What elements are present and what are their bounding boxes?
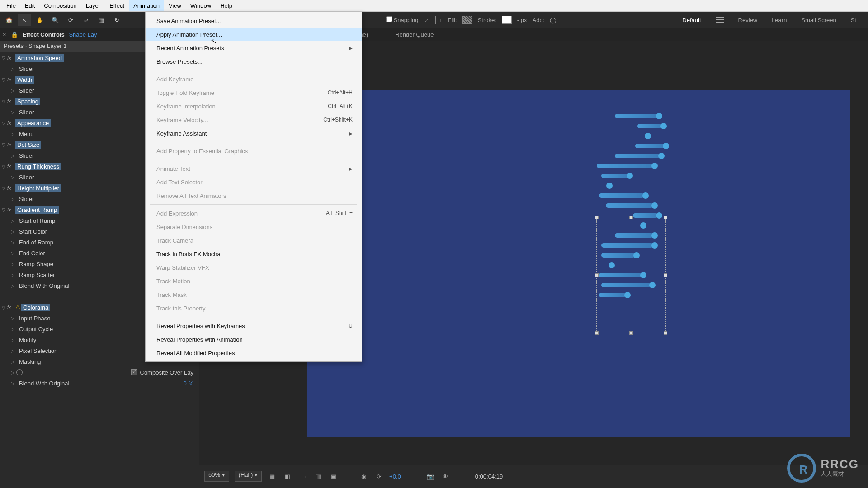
color-mgmt-icon[interactable]: ◉ — [359, 471, 368, 481]
selection-tool[interactable]: ↖ — [18, 14, 31, 26]
menu-item-keyframe-assistant[interactable]: Keyframe Assistant▶ — [146, 127, 362, 140]
orbit-tool[interactable]: ⟳ — [64, 14, 77, 26]
workspace-default[interactable]: Default — [682, 17, 701, 23]
checkbox[interactable] — [131, 369, 137, 375]
refresh-tool[interactable]: ↻ — [110, 14, 123, 26]
guides-icon[interactable]: ▥ — [313, 471, 323, 481]
workspace-small-screen[interactable]: Small Screen — [801, 17, 836, 23]
menu-item-add-property-to-essential-graphics: Add Property to Essential Graphics — [146, 144, 362, 158]
toolbar: 🏠 ↖ ✋ 🔍 ⟳ ⤾ ▦ ↻ Snapping ⟋ □ Fill: Strok… — [0, 12, 868, 28]
zoom-select[interactable]: 50% ▾ — [204, 471, 229, 482]
exposure-value[interactable]: +0.0 — [389, 473, 401, 480]
menu-item-reveal-all-modified-properties[interactable]: Reveal All Modified Properties — [146, 346, 362, 360]
menu-window[interactable]: Window — [186, 0, 216, 11]
menu-item-separate-dimensions: Separate Dimensions — [146, 220, 362, 234]
snapping-checkbox[interactable]: Snapping — [386, 16, 419, 23]
menu-item-track-mask: Track Mask — [146, 288, 362, 301]
workspace-switcher: DefaultReviewLearnSmall ScreenSt — [682, 17, 865, 23]
menu-item-animate-text: Animate Text▶ — [146, 162, 362, 175]
watermark: RRCG 人人素材 — [787, 454, 859, 483]
menu-item-add-text-selector: Add Text Selector — [146, 175, 362, 189]
menu-item-browse-presets[interactable]: Browse Presets... — [146, 55, 362, 68]
stopwatch-icon[interactable] — [16, 369, 23, 375]
stroke-swatch[interactable] — [502, 16, 512, 24]
fill-swatch[interactable] — [462, 16, 472, 24]
workspace-st[interactable]: St — [851, 17, 856, 23]
add-menu-icon[interactable]: ◯ — [550, 17, 557, 23]
anchor-tool[interactable]: ▦ — [95, 14, 108, 26]
workspace-learn[interactable]: Learn — [772, 17, 787, 23]
home-tool[interactable]: 🏠 — [3, 14, 15, 26]
snapshot-icon[interactable]: 📷 — [425, 471, 435, 481]
snap-opt-icon[interactable]: ⟋ — [424, 17, 430, 23]
menu-item-track-motion: Track Motion — [146, 274, 362, 288]
menu-file[interactable]: File — [2, 0, 20, 11]
menu-item-reveal-properties-with-animation[interactable]: Reveal Properties with Animation — [146, 333, 362, 346]
menu-animation[interactable]: Animation — [129, 0, 164, 11]
menu-item-add-expression: Add ExpressionAlt+Shift+= — [146, 206, 362, 220]
menu-item-track-this-property: Track this Property — [146, 301, 362, 315]
watermark-sub: 人人素材 — [821, 470, 859, 478]
region-icon[interactable]: ▭ — [298, 471, 308, 481]
timecode[interactable]: 0:00:04:19 — [475, 473, 503, 480]
menu-item-keyframe-interpolation: Keyframe Interpolation...Ctrl+Alt+K — [146, 99, 362, 113]
menu-item-warp-stabilizer-vfx: Warp Stabilizer VFX — [146, 261, 362, 274]
watermark-logo-icon — [787, 454, 816, 483]
menu-item-save-animation-preset[interactable]: Save Animation Preset... — [146, 14, 362, 28]
panel-tab[interactable]: Effect Controls Shape Lay — [20, 31, 97, 38]
channel-icon[interactable]: ▣ — [329, 471, 339, 481]
menu-item-remove-all-text-animators: Remove All Text Animators — [146, 189, 362, 202]
rotate-tool[interactable]: ⤾ — [80, 14, 92, 26]
menu-item-add-keyframe: Add Keyframe — [146, 72, 362, 86]
menu-item-track-camera: Track Camera — [146, 234, 362, 247]
fill-label: Fill: — [448, 17, 457, 23]
add-label: Add: — [533, 17, 545, 23]
composition-canvas[interactable] — [307, 90, 850, 437]
prop-blend-with-original[interactable]: ▷Blend With Original0 % — [0, 378, 199, 389]
animation-menu-dropdown: Save Animation Preset...Apply Animation … — [145, 12, 362, 362]
menu-composition[interactable]: Composition — [39, 0, 81, 11]
menu-effect[interactable]: Effect — [105, 0, 129, 11]
snap-pixel-icon[interactable]: □ — [435, 16, 443, 24]
menu-item-recent-animation-presets[interactable]: Recent Animation Presets▶ — [146, 41, 362, 55]
menu-layer[interactable]: Layer — [81, 0, 105, 11]
menu-item-keyframe-velocity: Keyframe Velocity...Ctrl+Shift+K — [146, 113, 362, 127]
tab-lock-icon[interactable]: 🔒 — [9, 31, 20, 38]
watermark-text: RRCG — [821, 458, 859, 470]
show-snapshot-icon[interactable]: 👁 — [441, 471, 451, 481]
tab-close-icon[interactable]: × — [0, 31, 9, 38]
menu-help[interactable]: Help — [216, 0, 237, 11]
menu-item-track-in-boris-fx-mocha[interactable]: Track in Boris FX Mocha — [146, 247, 362, 261]
zoom-tool[interactable]: 🔍 — [49, 14, 61, 26]
stroke-px[interactable]: - px — [517, 17, 527, 23]
menubar: FileEditCompositionLayerEffectAnimationV… — [0, 0, 868, 12]
menu-item-apply-animation-preset[interactable]: Apply Animation Preset... — [146, 28, 362, 41]
workspace-menu-icon[interactable] — [716, 17, 724, 23]
workspace-review[interactable]: Review — [738, 17, 758, 23]
reset-exposure-icon[interactable]: ⟳ — [374, 471, 384, 481]
prop-row[interactable]: ▷Composite Over Lay — [0, 367, 199, 378]
stroke-label: Stroke: — [478, 17, 496, 23]
menu-edit[interactable]: Edit — [20, 0, 39, 11]
mask-icon[interactable]: ◧ — [283, 471, 292, 481]
viewer-footer: 50% ▾ (Half) ▾ ▦ ◧ ▭ ▥ ▣ ◉ ⟳ +0.0 📷 👁 0:… — [199, 465, 868, 488]
hand-tool[interactable]: ✋ — [33, 14, 46, 26]
menu-item-reveal-properties-with-keyframes[interactable]: Reveal Properties with KeyframesU — [146, 319, 362, 333]
render-queue-tab[interactable]: Render Queue — [395, 31, 434, 38]
transparency-grid-icon[interactable]: ▦ — [267, 471, 277, 481]
menu-item-toggle-hold-keyframe: Toggle Hold KeyframeCtrl+Alt+H — [146, 86, 362, 99]
resolution-select[interactable]: (Half) ▾ — [235, 471, 262, 482]
menu-view[interactable]: View — [164, 0, 186, 11]
